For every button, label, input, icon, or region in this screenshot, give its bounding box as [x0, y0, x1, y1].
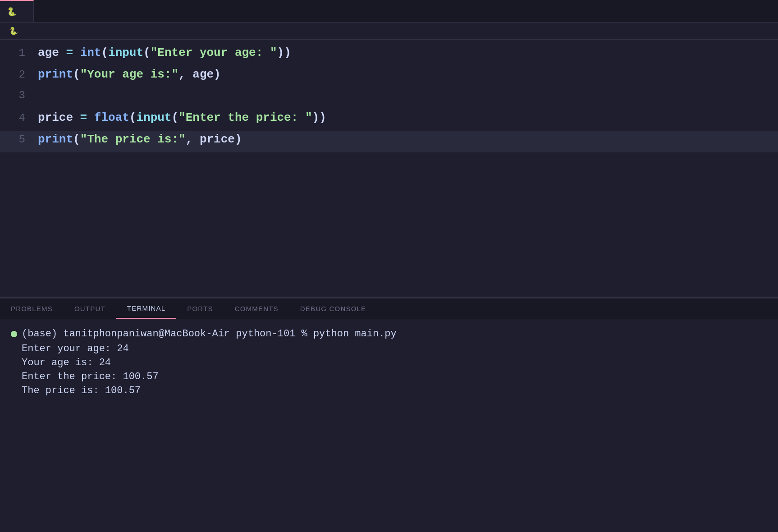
panel-tab-terminal[interactable]: TERMINAL: [116, 298, 176, 319]
token: ,: [186, 133, 200, 146]
breadcrumb-python-icon: 🐍: [9, 27, 18, 36]
panel-tab-problems[interactable]: PROBLEMS: [0, 298, 64, 319]
token: (: [171, 111, 178, 124]
panel-tab-debug-console[interactable]: DEBUG CONSOLE: [289, 298, 377, 319]
line-content-4: price = float(input("Enter the price: ")…: [36, 111, 778, 124]
terminal-prompt-text: (base) tanitphonpaniwan@MacBook-Air pyth…: [22, 328, 397, 339]
tab-main-py[interactable]: 🐍: [0, 0, 34, 22]
token: int: [80, 46, 101, 60]
token: =: [59, 46, 80, 60]
line-content-2: print("Your age is:", age): [36, 68, 778, 81]
terminal-output-line-2: Your age is: 24: [11, 357, 767, 368]
token: input: [108, 46, 143, 60]
token: age: [38, 46, 59, 60]
token: age: [192, 68, 214, 81]
token: ): [214, 68, 221, 81]
terminal-prompt-dot: [11, 331, 17, 337]
token: "Your age is:": [80, 68, 178, 81]
line-number-4: 4: [0, 112, 36, 124]
terminal-output-line-1: Enter your age: 24: [11, 343, 767, 354]
token: )): [277, 46, 291, 60]
line-number-5: 5: [0, 133, 36, 146]
token: print: [38, 68, 73, 81]
terminal-area[interactable]: (base) tanitphonpaniwan@MacBook-Air pyth…: [0, 319, 778, 532]
line-content-1: age = int(input("Enter your age: ")): [36, 46, 778, 60]
terminal-output-line-3: Enter the price: 100.57: [11, 371, 767, 382]
tab-bar: 🐍: [0, 0, 778, 23]
code-line-5: 5print("The price is:", price): [0, 131, 778, 152]
token: (: [73, 133, 80, 146]
panel-tabs: PROBLEMSOUTPUTTERMINALPORTSCOMMENTSDEBUG…: [0, 298, 778, 319]
panel-tab-output[interactable]: OUTPUT: [64, 298, 116, 319]
editor-area[interactable]: 1age = int(input("Enter your age: "))2pr…: [0, 40, 778, 297]
token: price: [200, 133, 235, 146]
code-line-3: 3: [0, 87, 778, 109]
code-line-2: 2print("Your age is:", age): [0, 66, 778, 87]
terminal-output-line-4: The price is: 100.57: [11, 385, 767, 396]
token: =: [73, 111, 94, 124]
breadcrumb: 🐍: [0, 23, 778, 40]
line-number-3: 3: [0, 89, 36, 101]
token: ,: [178, 68, 192, 81]
panel-tab-ports[interactable]: PORTS: [176, 298, 224, 319]
token: "The price is:": [80, 133, 186, 146]
token: ): [235, 133, 242, 146]
terminal-prompt-line: (base) tanitphonpaniwan@MacBook-Air pyth…: [11, 328, 767, 339]
line-number-2: 2: [0, 69, 36, 81]
code-line-4: 4price = float(input("Enter the price: "…: [0, 109, 778, 131]
token: )): [312, 111, 326, 124]
panel-container: PROBLEMSOUTPUTTERMINALPORTSCOMMENTSDEBUG…: [0, 298, 778, 532]
token: "Enter the price: ": [178, 111, 312, 124]
code-line-1: 1age = int(input("Enter your age: ")): [0, 44, 778, 66]
line-content-5: print("The price is:", price): [36, 133, 778, 146]
token: (: [101, 46, 108, 60]
panel-tab-comments[interactable]: COMMENTS: [224, 298, 289, 319]
token: price: [38, 111, 73, 124]
token: float: [94, 111, 129, 124]
token: (: [129, 111, 137, 124]
line-number-1: 1: [0, 47, 36, 59]
token: print: [38, 133, 73, 146]
token: input: [136, 111, 171, 124]
python-icon: 🐍: [7, 7, 16, 16]
token: (: [73, 68, 80, 81]
token: "Enter your age: ": [151, 46, 277, 60]
token: (: [143, 46, 151, 60]
